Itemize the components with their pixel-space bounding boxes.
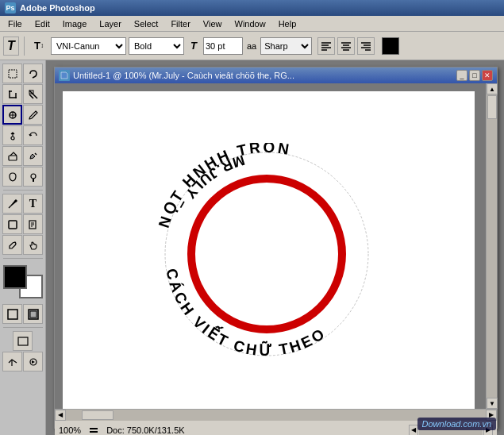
antialiasing-select[interactable]: Sharp Crisp Strong Smooth — [260, 37, 312, 55]
svg-rect-39 — [90, 431, 98, 433]
text-color-swatch[interactable] — [382, 37, 399, 55]
healing-tool[interactable] — [2, 105, 22, 125]
jump-photoshop-btn[interactable] — [23, 352, 43, 371]
screen-mode-row — [13, 331, 33, 351]
tool-row-4 — [2, 125, 43, 145]
menu-filter[interactable]: Filter — [164, 17, 196, 30]
svg-rect-18 — [9, 156, 17, 160]
main-area: T — [0, 60, 504, 435]
tool-row-eyedrop — [2, 235, 43, 255]
scroll-down-arrow[interactable]: ▼ — [487, 398, 498, 409]
scroll-up-arrow[interactable]: ▲ — [487, 83, 498, 94]
app-title-bar: Ps Adobe Photoshop — [0, 0, 504, 16]
pen-tool[interactable] — [2, 194, 22, 214]
menu-edit[interactable]: Edit — [29, 17, 56, 30]
standard-mode-btn[interactable] — [2, 304, 22, 324]
svg-rect-38 — [90, 428, 98, 429]
tool-row-shape — [2, 214, 43, 234]
close-btn[interactable]: ✕ — [482, 70, 493, 81]
brush-tool[interactable] — [23, 105, 43, 125]
canvas-white: NỌT HNHH TRÒN CÁCH VIẾT CHỮ THEO — [63, 91, 475, 409]
app-icon: Ps — [5, 2, 16, 13]
menu-select[interactable]: Select — [128, 17, 165, 30]
document-window: Untitled-1 @ 100% (Mr.July - Caùch vieât… — [54, 67, 498, 429]
scrollbar-thumb[interactable] — [487, 95, 497, 119]
menu-help[interactable]: Help — [272, 17, 303, 30]
tool-row-3 — [2, 105, 43, 125]
crop-tool[interactable] — [2, 84, 22, 104]
svg-rect-12 — [9, 70, 17, 78]
toolbar-separator-2 — [3, 258, 43, 259]
watermark-text: Download.com.vn — [422, 419, 491, 429]
svg-text:CÁCH VIẾT CHỮ THEO: CÁCH VIẾT CHỮ THEO — [163, 267, 329, 359]
doc-body: NỌT HNHH TRÒN CÁCH VIẾT CHỮ THEO — [55, 83, 497, 409]
menu-bar: File Edit Image Layer Select Filter View… — [0, 16, 504, 32]
doc-title-left: Untitled-1 @ 100% (Mr.July - Caùch vieât… — [59, 70, 294, 81]
font-style-select[interactable]: Bold Regular Italic — [129, 37, 184, 55]
notes-tool[interactable] — [23, 214, 43, 234]
options-toolbar: T T↕ VNI-Canun Bold Regular Italic T aa … — [0, 32, 504, 60]
type-tool-indicator: T — [3, 37, 19, 56]
doc-title: Untitled-1 @ 100% (Mr.July - Caùch vieât… — [73, 71, 294, 80]
separator-1 — [24, 37, 25, 56]
antialiasing-label: aa — [247, 41, 256, 51]
svg-point-21 — [14, 199, 17, 202]
blur-tool[interactable] — [2, 167, 22, 187]
doc-window-controls: _ □ ✕ — [456, 70, 493, 81]
align-right-btn[interactable] — [357, 37, 375, 55]
tool-row-1 — [2, 64, 43, 83]
paint-bucket-tool[interactable] — [23, 146, 43, 166]
screen-mode-btn[interactable] — [13, 331, 33, 351]
menu-window[interactable]: Window — [229, 17, 272, 30]
doc-size-info: Doc: 750.0K/131.5K — [106, 425, 402, 435]
align-left-btn[interactable] — [317, 37, 335, 55]
doc-title-bar: Untitled-1 @ 100% (Mr.July - Caùch vieât… — [55, 67, 497, 83]
dodge-tool[interactable] — [23, 167, 43, 187]
color-box-area — [3, 265, 43, 298]
eraser-tool[interactable] — [2, 146, 22, 166]
font-family-select[interactable]: VNI-Canun — [51, 37, 126, 55]
svg-rect-27 — [8, 310, 17, 319]
menu-layer[interactable]: Layer — [93, 17, 128, 30]
maximize-btn[interactable]: □ — [469, 70, 480, 81]
minimize-btn[interactable]: _ — [456, 70, 467, 81]
history-brush-tool[interactable] — [23, 125, 43, 145]
toolbar-separator — [3, 190, 43, 191]
align-center-btn[interactable] — [337, 37, 355, 55]
h-scroll-thumb[interactable] — [82, 410, 113, 420]
eyedropper-tool[interactable] — [2, 235, 22, 255]
svg-point-17 — [11, 137, 14, 140]
font-size-input[interactable] — [203, 37, 243, 55]
zoom-extra-btn[interactable] — [2, 352, 22, 371]
hand-tool[interactable] — [23, 235, 43, 255]
status-menu-icon[interactable] — [87, 424, 100, 436]
menu-view[interactable]: View — [197, 17, 229, 30]
lasso-tool[interactable] — [23, 64, 43, 83]
mode-buttons — [2, 304, 43, 324]
zoom-level: 100% — [59, 425, 81, 435]
scrollbar-track[interactable] — [487, 94, 497, 398]
scroll-left-arrow[interactable]: ◀ — [55, 410, 66, 421]
slice-tool[interactable] — [23, 84, 43, 104]
text-tool[interactable]: T — [23, 194, 43, 214]
app-title: Adobe Photoshop — [20, 3, 95, 13]
foreground-color[interactable] — [3, 265, 27, 289]
quick-mask-btn[interactable] — [23, 304, 43, 324]
tool-row-5 — [2, 146, 43, 166]
text-orientation-btn[interactable]: T↕ — [29, 37, 48, 56]
watermark: Download.com.vn — [417, 418, 496, 430]
marquee-tool[interactable] — [2, 64, 22, 83]
svg-point-19 — [31, 174, 36, 179]
shape-tool[interactable] — [2, 214, 22, 234]
tool-row-pen: T — [2, 194, 43, 214]
menu-image[interactable]: Image — [56, 17, 94, 30]
svg-text:NỌT HNHH TRÒN: NỌT HNHH TRÒN — [156, 143, 293, 229]
svg-rect-22 — [9, 221, 17, 229]
svg-point-33 — [191, 179, 342, 329]
font-size-icon: T — [187, 37, 201, 56]
clone-tool[interactable] — [2, 125, 22, 145]
extra-tool-row — [2, 352, 43, 371]
right-scrollbar: ▲ ▼ — [486, 83, 497, 409]
svg-rect-30 — [18, 337, 28, 345]
menu-file[interactable]: File — [2, 17, 29, 30]
